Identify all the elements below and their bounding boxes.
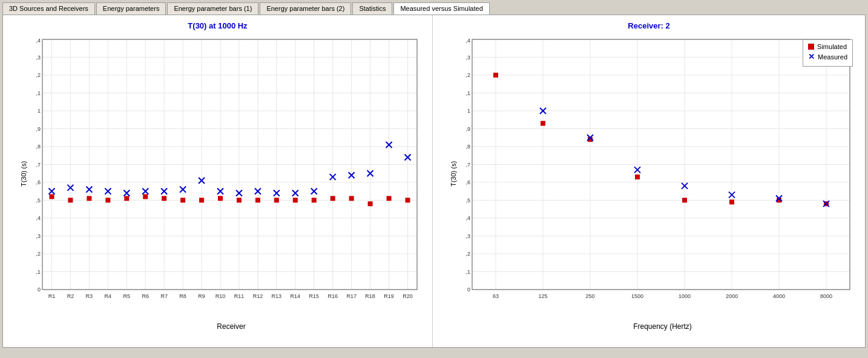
svg-text:0,5: 0,5 <box>36 197 41 204</box>
legend-simulated-label: Simulated <box>817 43 847 50</box>
svg-text:R1: R1 <box>48 293 56 299</box>
svg-rect-75 <box>105 198 110 203</box>
svg-text:R14: R14 <box>291 293 301 299</box>
legend: Simulated ✕ Measured <box>803 39 853 67</box>
svg-text:R8: R8 <box>179 293 186 299</box>
svg-rect-82 <box>237 198 242 203</box>
svg-text:0,3: 0,3 <box>36 233 41 239</box>
main-content: T(30) at 1000 Hz T(30) (s) 00,10,20,30,4… <box>2 15 866 348</box>
svg-rect-76 <box>124 196 129 201</box>
svg-text:R6: R6 <box>142 293 149 299</box>
right-chart-svg: 00,10,20,30,40,50,60,70,80,911,11,21,31,… <box>466 33 859 314</box>
svg-text:125: 125 <box>538 293 547 299</box>
svg-text:1,2: 1,2 <box>36 72 41 78</box>
left-y-axis-label: T(30) (s) <box>20 161 27 186</box>
svg-text:0,7: 0,7 <box>36 162 41 168</box>
svg-text:0,2: 0,2 <box>466 251 470 257</box>
svg-text:0,6: 0,6 <box>466 179 470 185</box>
svg-text:R10: R10 <box>215 293 226 299</box>
svg-rect-89 <box>368 201 373 206</box>
svg-rect-183 <box>635 174 640 179</box>
svg-text:R2: R2 <box>67 293 74 299</box>
svg-text:0,3: 0,3 <box>466 233 470 239</box>
svg-text:1500: 1500 <box>631 293 643 299</box>
svg-text:8000: 8000 <box>820 293 832 299</box>
legend-measured-label: Measured <box>818 53 847 61</box>
svg-text:R11: R11 <box>234 293 245 299</box>
svg-text:1,1: 1,1 <box>36 90 41 96</box>
svg-text:0,8: 0,8 <box>466 144 470 150</box>
svg-text:R4: R4 <box>105 293 112 299</box>
svg-rect-86 <box>312 198 317 203</box>
svg-text:2000: 2000 <box>726 293 738 299</box>
svg-text:1: 1 <box>467 108 470 114</box>
svg-text:R7: R7 <box>160 293 168 299</box>
svg-text:0: 0 <box>38 287 41 293</box>
svg-rect-83 <box>255 198 260 203</box>
svg-rect-84 <box>274 198 279 203</box>
svg-text:R3: R3 <box>86 293 93 299</box>
svg-text:0,6: 0,6 <box>36 179 41 185</box>
svg-text:R18: R18 <box>365 293 375 299</box>
right-y-axis-label: T(30) (s) <box>450 161 457 186</box>
svg-rect-80 <box>199 198 204 203</box>
svg-text:R13: R13 <box>272 293 282 299</box>
svg-rect-77 <box>143 194 148 199</box>
tab-statistics[interactable]: Statistics <box>352 2 392 15</box>
svg-text:0,8: 0,8 <box>36 144 41 150</box>
svg-text:1,3: 1,3 <box>466 55 470 61</box>
svg-rect-72 <box>49 194 54 199</box>
svg-text:R16: R16 <box>327 293 338 299</box>
svg-text:0,7: 0,7 <box>466 162 470 168</box>
tabs-bar: 3D Sources and Receivers Energy paramete… <box>0 0 868 15</box>
tab-energy-bars-1[interactable]: Energy parameter bars (1) <box>167 2 258 15</box>
legend-measured-icon: ✕ <box>808 52 815 61</box>
right-chart-container: Receiver: 2 T(30) (s) 00,10,20,30,40,50,… <box>433 15 865 347</box>
svg-rect-87 <box>330 196 335 201</box>
svg-rect-79 <box>180 198 185 203</box>
svg-text:0: 0 <box>467 287 470 293</box>
svg-text:0,2: 0,2 <box>36 251 41 257</box>
svg-rect-81 <box>218 196 223 201</box>
svg-text:1,1: 1,1 <box>466 90 470 96</box>
svg-rect-181 <box>541 121 545 126</box>
tab-energy-bars-2[interactable]: Energy parameter bars (2) <box>260 2 351 15</box>
tab-3d-sources[interactable]: 3D Sources and Receivers <box>2 2 95 15</box>
svg-text:0,9: 0,9 <box>36 126 41 132</box>
svg-rect-90 <box>387 196 392 201</box>
svg-text:R9: R9 <box>198 293 205 299</box>
svg-text:1: 1 <box>38 108 41 114</box>
right-x-axis-label: Frequency (Hertz) <box>633 322 692 331</box>
svg-rect-88 <box>349 196 354 201</box>
svg-text:R12: R12 <box>253 293 263 299</box>
svg-rect-91 <box>406 198 410 203</box>
right-chart-title: Receiver: 2 <box>439 21 859 30</box>
tab-energy-params[interactable]: Energy parameters <box>96 2 166 15</box>
tab-measured-simulated[interactable]: Measured versus Simulated <box>393 2 489 15</box>
left-chart-title: T(30) at 1000 Hz <box>9 21 426 30</box>
svg-text:R17: R17 <box>346 293 357 299</box>
svg-text:0,4: 0,4 <box>466 215 470 221</box>
svg-text:0,1: 0,1 <box>466 269 470 275</box>
svg-text:0,9: 0,9 <box>466 126 470 132</box>
svg-text:1,4: 1,4 <box>36 38 41 44</box>
svg-text:250: 250 <box>585 293 594 299</box>
legend-measured: ✕ Measured <box>808 52 847 61</box>
svg-rect-78 <box>162 196 166 201</box>
svg-text:1,4: 1,4 <box>466 38 470 44</box>
svg-text:0,4: 0,4 <box>36 215 41 221</box>
svg-text:R15: R15 <box>309 293 320 299</box>
legend-simulated-icon <box>808 44 814 50</box>
svg-rect-73 <box>68 198 73 203</box>
svg-text:1000: 1000 <box>679 293 691 299</box>
svg-rect-180 <box>493 73 498 78</box>
left-x-axis-label: Receiver <box>217 322 245 331</box>
left-chart-svg: 00,10,20,30,40,50,60,70,80,911,11,21,31,… <box>36 33 426 314</box>
svg-text:1,2: 1,2 <box>466 72 470 78</box>
svg-text:R20: R20 <box>403 293 413 299</box>
svg-text:R19: R19 <box>384 293 394 299</box>
svg-rect-85 <box>293 198 298 203</box>
svg-text:4000: 4000 <box>773 293 785 299</box>
left-chart-container: T(30) at 1000 Hz T(30) (s) 00,10,20,30,4… <box>3 15 433 347</box>
svg-text:R5: R5 <box>123 293 131 299</box>
